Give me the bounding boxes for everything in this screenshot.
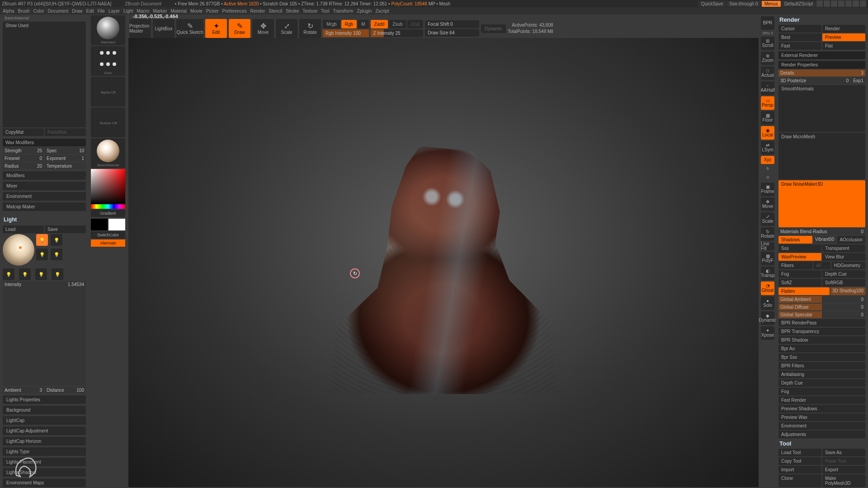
- m-button[interactable]: M: [358, 20, 368, 28]
- material-thumbnail[interactable]: BasicMaterial: [91, 138, 125, 168]
- spix-slider[interactable]: SPix 3: [762, 31, 773, 35]
- export-button[interactable]: Export: [822, 466, 865, 474]
- window-icon[interactable]: [816, 0, 823, 7]
- pastemat-button[interactable]: PasteMat: [45, 128, 86, 136]
- fog-section[interactable]: Fog: [778, 388, 865, 395]
- scroll-button[interactable]: ⊞Scroll: [761, 37, 774, 50]
- zcut-button[interactable]: Zcut: [407, 20, 423, 28]
- menu-tool[interactable]: Tool: [321, 9, 329, 14]
- adjustments-section[interactable]: Adjustments: [778, 431, 865, 438]
- default-zscript[interactable]: DefaultZScript: [782, 1, 816, 7]
- menu-brush[interactable]: Brush: [18, 9, 30, 14]
- fast-button[interactable]: Fast: [778, 42, 821, 50]
- brush-thumbnail[interactable]: Standard: [91, 15, 125, 45]
- close-icon[interactable]: [860, 0, 866, 7]
- global-diffuse-slider[interactable]: Global Diffuse0: [778, 304, 865, 310]
- viewblur-button[interactable]: View Blur: [822, 253, 865, 261]
- flat-button[interactable]: Flat: [822, 42, 865, 50]
- polyf-button[interactable]: ▦PolyF: [761, 252, 774, 265]
- menu-stroke[interactable]: Stroke: [286, 9, 299, 14]
- scale-view-button[interactable]: ⤢Scale: [761, 212, 774, 226]
- light-6-toggle[interactable]: 💡: [19, 268, 31, 280]
- menu-stencil[interactable]: Stencil: [269, 9, 282, 14]
- zadd-button[interactable]: Zadd: [371, 20, 388, 28]
- move-view-button[interactable]: ✥Move: [761, 197, 774, 211]
- persp-button[interactable]: ▭Persp: [761, 96, 774, 110]
- frame-button[interactable]: ▣Frame: [761, 183, 774, 196]
- aahalf-button[interactable]: ▫AAHalf: [761, 81, 774, 95]
- ghost-button[interactable]: ◔Ghost: [761, 282, 774, 295]
- menu-color[interactable]: Color: [33, 9, 44, 14]
- seethrough-slider[interactable]: See-through 0: [726, 1, 760, 7]
- shadows-button[interactable]: Shadows: [778, 236, 812, 244]
- light-direction-sphere[interactable]: [3, 234, 34, 266]
- secondary-color[interactable]: [91, 219, 108, 230]
- quicksave-button[interactable]: QuickSave: [698, 1, 726, 7]
- copy-tool-button[interactable]: Copy Tool: [778, 457, 821, 465]
- zsub-button[interactable]: Zsub: [389, 20, 406, 28]
- best-button[interactable]: Best: [778, 33, 821, 41]
- matblend-slider[interactable]: Materials Blend-Radius0: [778, 228, 865, 235]
- import-button[interactable]: Import: [778, 466, 821, 474]
- lightcap-section[interactable]: LightCap: [3, 416, 86, 425]
- light-4-toggle[interactable]: 💡: [51, 249, 62, 260]
- viewport-canvas[interactable]: [128, 38, 759, 487]
- render-properties-header[interactable]: Render Properties: [778, 61, 865, 69]
- lightcap-adjustment[interactable]: LightCap Adjustment: [3, 427, 86, 435]
- transparent-button[interactable]: Transparent: [822, 244, 865, 252]
- quicksketch-button[interactable]: ✎Quick Sketch: [176, 19, 203, 38]
- lightbox-button[interactable]: LightBox: [153, 19, 175, 38]
- rgb-button[interactable]: Rgb: [341, 20, 357, 28]
- saveas-button[interactable]: Save As: [822, 449, 865, 456]
- z-intensity-slider[interactable]: Z Intensity 25: [371, 29, 423, 37]
- lsym-button[interactable]: ⇄LSym: [761, 141, 774, 155]
- radius-slider[interactable]: Radius20: [3, 163, 44, 169]
- antialiasing-section[interactable]: Antialiasing: [778, 371, 865, 378]
- rgb-intensity-slider[interactable]: Rgb Intensity 100: [323, 29, 369, 37]
- menu-layer[interactable]: Layer: [108, 9, 120, 14]
- fastrender-section[interactable]: Fast Render: [778, 396, 865, 404]
- global-ambient-slider[interactable]: Global Ambient0: [778, 296, 865, 303]
- transp-button[interactable]: ◐Transp: [761, 267, 774, 280]
- exp-slider[interactable]: Exp1: [851, 77, 865, 84]
- flatten-button[interactable]: Flatten: [778, 287, 830, 295]
- scale-mode-button[interactable]: ⤢Scale: [276, 19, 297, 38]
- dynamic-button[interactable]: Dynamic: [481, 24, 506, 33]
- light-3-toggle[interactable]: 💡: [36, 249, 48, 260]
- lights-properties[interactable]: Lights Properties: [3, 395, 86, 404]
- floor-button[interactable]: ▦Floor: [761, 111, 774, 125]
- temperature-slider[interactable]: Temperature: [45, 163, 86, 169]
- rot-z-icon[interactable]: ⊙: [761, 174, 774, 181]
- menu-transform[interactable]: Transform: [333, 9, 353, 14]
- copymat-button[interactable]: CopyMat: [3, 128, 44, 136]
- softrgb-button[interactable]: SoftRGB: [822, 279, 865, 286]
- mrgb-button[interactable]: Mrgb: [323, 20, 340, 28]
- spec-slider[interactable]: Spec10: [45, 147, 86, 154]
- smoothnormals-button[interactable]: SmoothNormals: [778, 85, 865, 132]
- xyz-button[interactable]: Xyz: [761, 156, 774, 164]
- background-section[interactable]: Background: [3, 406, 86, 414]
- modifiers-section[interactable]: Modifiers: [3, 171, 86, 180]
- save-light-button[interactable]: Save: [45, 225, 86, 233]
- preview-button[interactable]: Preview: [822, 33, 865, 41]
- previewwax-section[interactable]: Preview Wax: [778, 413, 865, 421]
- previewshadows-section[interactable]: Preview Shadows: [778, 405, 865, 413]
- window-icon[interactable]: [838, 0, 844, 7]
- bpr-ao[interactable]: Bpr Ao: [778, 345, 865, 352]
- load-tool-button[interactable]: Load Tool: [778, 449, 821, 456]
- light-2-toggle[interactable]: 💡: [51, 234, 62, 246]
- menu-render[interactable]: Render: [250, 9, 265, 14]
- bpr-transparency[interactable]: BPR Transparency: [778, 328, 865, 335]
- move-mode-button[interactable]: ✥Move: [252, 19, 274, 38]
- ambient-slider[interactable]: Ambient3: [3, 387, 44, 394]
- exponent-slider[interactable]: Exponent1: [45, 155, 86, 162]
- switchcolor-button[interactable]: SwitchColor: [91, 231, 125, 239]
- rot-y-icon[interactable]: ↻: [761, 165, 774, 173]
- aocclusion-button[interactable]: AOcclusion: [837, 236, 865, 244]
- waxpreview-button[interactable]: WaxPreview: [778, 253, 821, 261]
- primary-color[interactable]: [108, 219, 125, 230]
- load-light-button[interactable]: Load: [3, 225, 44, 233]
- menu-marker[interactable]: Marker: [153, 9, 167, 14]
- polymesh-button[interactable]: Make PolyMesh3D: [822, 474, 865, 487]
- light-7-toggle[interactable]: 💡: [35, 268, 47, 280]
